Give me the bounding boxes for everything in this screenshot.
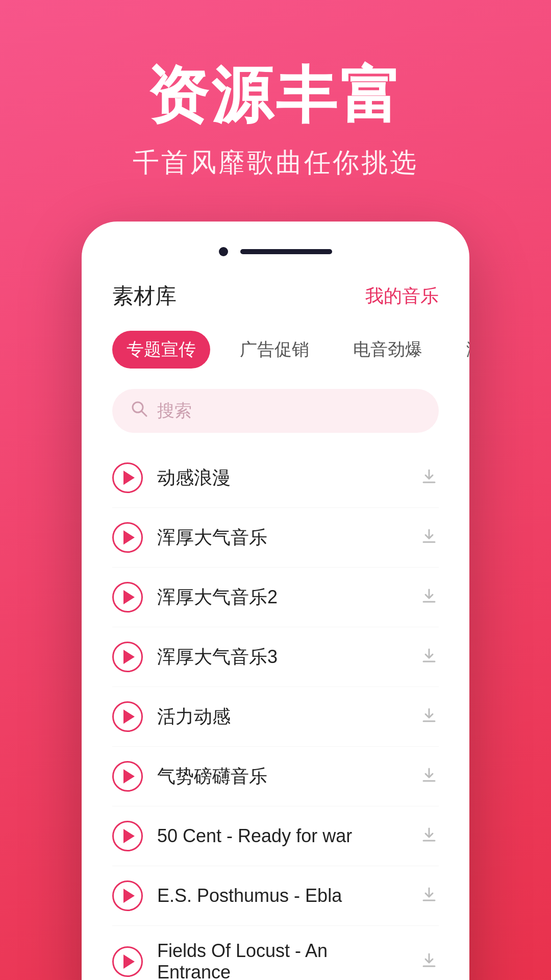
- music-name: 动感浪漫: [157, 465, 405, 491]
- library-header: 素材库 我的音乐: [112, 282, 439, 310]
- music-name: 浑厚大气音乐3: [157, 645, 405, 670]
- tab-epic[interactable]: 激情磅礴: [452, 331, 469, 369]
- music-name: Fields Of Locust - An Entrance: [157, 940, 405, 980]
- play-icon: [123, 769, 135, 783]
- play-icon: [123, 709, 135, 724]
- camera-dot: [219, 247, 228, 256]
- list-item: 浑厚大气音乐2: [112, 568, 439, 627]
- music-name: 活力动感: [157, 704, 405, 729]
- download-button[interactable]: [419, 950, 439, 974]
- play-button[interactable]: [112, 462, 143, 493]
- list-item: 动感浪漫: [112, 448, 439, 508]
- speaker-bar: [240, 249, 332, 254]
- download-button[interactable]: [419, 466, 439, 490]
- tab-promo[interactable]: 广告促销: [226, 331, 323, 369]
- download-button[interactable]: [419, 705, 439, 729]
- play-icon: [123, 471, 135, 485]
- play-icon: [123, 590, 135, 604]
- tab-electronic[interactable]: 电音劲爆: [339, 331, 437, 369]
- play-button[interactable]: [112, 761, 143, 792]
- download-button[interactable]: [419, 585, 439, 609]
- phone-status-bar: [82, 242, 469, 266]
- play-button[interactable]: [112, 880, 143, 911]
- play-icon: [123, 530, 135, 545]
- play-icon: [123, 954, 135, 969]
- hero-subtitle: 千首风靡歌曲任你挑选: [133, 145, 418, 181]
- play-button[interactable]: [112, 701, 143, 732]
- list-item: 浑厚大气音乐: [112, 508, 439, 568]
- library-title: 素材库: [112, 282, 177, 310]
- music-list: 动感浪漫 浑厚大气音乐: [112, 448, 439, 980]
- play-button[interactable]: [112, 582, 143, 612]
- hero-title: 资源丰富: [147, 61, 404, 129]
- hero-section: 资源丰富 千首风靡歌曲任你挑选: [0, 0, 551, 222]
- list-item: E.S. Posthumus - Ebla: [112, 866, 439, 926]
- music-name: 浑厚大气音乐: [157, 525, 405, 550]
- search-placeholder: 搜索: [157, 399, 192, 423]
- svg-line-1: [141, 411, 146, 416]
- play-icon: [123, 650, 135, 664]
- music-name: 气势磅礴音乐: [157, 764, 405, 789]
- play-button[interactable]: [112, 642, 143, 672]
- download-button[interactable]: [419, 526, 439, 550]
- play-button[interactable]: [112, 522, 143, 553]
- play-button[interactable]: [112, 821, 143, 851]
- play-icon: [123, 889, 135, 903]
- download-button[interactable]: [419, 884, 439, 908]
- list-item: 浑厚大气音乐3: [112, 627, 439, 687]
- list-item: 50 Cent - Ready for war: [112, 806, 439, 866]
- phone-content: 素材库 我的音乐 专题宣传 广告促销 电音劲爆 激情磅礴 搜索: [82, 266, 469, 980]
- search-icon: [131, 400, 148, 422]
- download-button[interactable]: [419, 824, 439, 848]
- list-item: 活力动感: [112, 687, 439, 747]
- phone-mockup: 素材库 我的音乐 专题宣传 广告促销 电音劲爆 激情磅礴 搜索: [82, 222, 469, 980]
- tabs-row: 专题宣传 广告促销 电音劲爆 激情磅礴: [112, 331, 439, 369]
- list-item: 气势磅礴音乐: [112, 747, 439, 806]
- download-button[interactable]: [419, 645, 439, 669]
- play-button[interactable]: [112, 946, 143, 977]
- play-icon: [123, 829, 135, 843]
- download-button[interactable]: [419, 765, 439, 789]
- list-item: Fields Of Locust - An Entrance: [112, 926, 439, 980]
- music-name: E.S. Posthumus - Ebla: [157, 885, 405, 906]
- music-name: 浑厚大气音乐2: [157, 585, 405, 610]
- tab-featured[interactable]: 专题宣传: [112, 331, 210, 369]
- my-music-link[interactable]: 我的音乐: [365, 284, 439, 309]
- search-bar[interactable]: 搜索: [112, 389, 439, 433]
- music-name: 50 Cent - Ready for war: [157, 825, 405, 847]
